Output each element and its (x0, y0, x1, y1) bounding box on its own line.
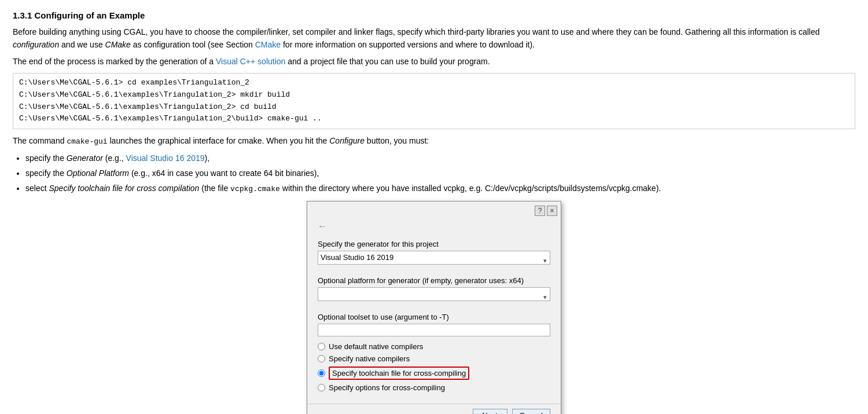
dialog-area: ? × ← Specify the generator for this pro… (13, 201, 855, 414)
vs-link[interactable]: Visual Studio 16 2019 (126, 153, 205, 163)
dialog-footer: Next Cancel (307, 404, 561, 414)
section-title: 1.3.1 Configuring of an Example (13, 10, 855, 20)
help-button[interactable]: ? (535, 206, 545, 216)
platform-select[interactable] (318, 287, 550, 301)
generator-select[interactable]: Visual Studio 16 2019 (318, 251, 550, 265)
bullet-list: specify the Generator (e.g., Visual Stud… (25, 152, 855, 195)
radio-toolchain-label: Specify toolchain file for cross-compili… (329, 367, 469, 380)
toolset-label: Optional toolset to use (argument to -T) (318, 313, 550, 321)
bullet-3: select Specify toolchain file for cross … (25, 182, 855, 195)
radio-native[interactable] (318, 355, 325, 362)
para3: The command cmake-gui launches the graph… (13, 135, 855, 148)
dialog-window: ? × ← Specify the generator for this pro… (307, 201, 561, 414)
radio-item-2: Specify native compilers (318, 354, 550, 363)
intro-paragraph-2: The end of the process is marked by the … (13, 56, 855, 68)
cancel-button[interactable]: Cancel (512, 409, 550, 414)
next-button[interactable]: Next (473, 409, 507, 414)
code-block: C:\Users\Me\CGAL-5.6.1> cd examples\Tria… (13, 73, 855, 129)
radio-item-1: Use default native compilers (318, 342, 550, 351)
cmake-link[interactable]: CMake (255, 40, 281, 49)
dialog-titlebar: ? × (307, 201, 561, 218)
intro-paragraph-1: Before building anything using CGAL, you… (13, 26, 855, 51)
bullet-1: specify the Generator (e.g., Visual Stud… (25, 152, 855, 165)
radio-item-4: Specify options for cross-compiling (318, 383, 550, 392)
platform-label: Optional platform for generator (if empt… (318, 276, 550, 285)
radio-group: Use default native compilers Specify nat… (318, 342, 550, 392)
back-arrow[interactable]: ← (318, 221, 550, 232)
dialog-body: ← Specify the generator for this project… (307, 218, 561, 404)
toolset-input[interactable] (318, 324, 550, 336)
radio-toolchain[interactable] (318, 369, 325, 377)
radio-item-3: Specify toolchain file for cross-compili… (318, 367, 550, 380)
generator-label: Specify the generator for this project (318, 240, 550, 248)
generator-select-wrapper: Visual Studio 16 2019 (318, 251, 550, 270)
close-button[interactable]: × (547, 206, 557, 216)
radio-default-native[interactable] (318, 343, 325, 350)
visual-cpp-link[interactable]: Visual C++ solution (216, 57, 285, 66)
platform-select-wrapper (318, 287, 550, 307)
bullet-2: specify the Optional Platform (e.g., x64… (25, 167, 855, 180)
radio-cross[interactable] (318, 384, 325, 391)
